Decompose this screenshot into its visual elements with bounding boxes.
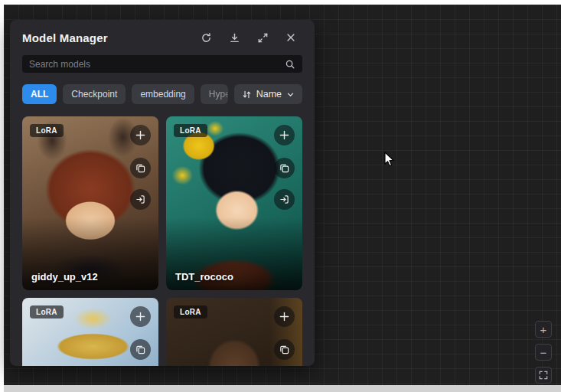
dialog-title: Model Manager: [22, 31, 108, 44]
search-icon: [285, 59, 295, 70]
model-card[interactable]: LoRA: [166, 298, 302, 366]
download-icon: [229, 32, 240, 44]
filter-chips-row: ALL Checkpoint embedding Hyper Name: [22, 84, 302, 104]
refresh-icon: [201, 32, 212, 44]
card-actions: [130, 125, 151, 210]
copy-model-button[interactable]: [130, 339, 151, 360]
model-type-badge: LoRA: [174, 124, 207, 137]
canvas-zoom-controls: + −: [535, 321, 552, 384]
model-manager-dialog: Model Manager: [10, 20, 315, 366]
add-model-button[interactable]: [130, 306, 151, 327]
dialog-header: Model Manager: [10, 20, 315, 46]
load-model-button[interactable]: [130, 189, 151, 210]
model-type-badge: LoRA: [174, 305, 207, 318]
plus-icon: [135, 130, 145, 140]
add-model-button[interactable]: [274, 125, 295, 145]
fit-view-button[interactable]: [535, 367, 552, 384]
plus-icon: [135, 312, 145, 322]
card-actions: [130, 306, 151, 360]
model-type-badge: LoRA: [30, 124, 64, 137]
zoom-out-button[interactable]: −: [535, 344, 552, 361]
download-button[interactable]: [227, 31, 241, 44]
copy-icon: [135, 163, 145, 173]
dialog-header-actions: [199, 31, 298, 44]
sort-label: Name: [256, 89, 282, 100]
mouse-cursor-icon: [384, 152, 396, 172]
add-model-button[interactable]: [274, 306, 295, 327]
plus-icon: [279, 312, 289, 322]
expand-button[interactable]: [256, 31, 269, 44]
model-name: giddy_up_v12: [31, 271, 98, 283]
copy-icon: [135, 345, 145, 354]
load-into-workflow-icon: [279, 194, 289, 204]
model-card[interactable]: LoRA: [22, 116, 158, 290]
refresh-button[interactable]: [199, 31, 213, 44]
load-into-workflow-icon: [135, 194, 145, 204]
copy-model-button[interactable]: [274, 339, 295, 360]
sort-icon: [242, 90, 252, 100]
model-card[interactable]: LoRA: [22, 298, 158, 366]
model-type-badge: LoRA: [30, 305, 64, 318]
copy-icon: [279, 345, 289, 354]
model-card[interactable]: LoRA: [166, 116, 302, 290]
zoom-in-button[interactable]: +: [535, 321, 552, 338]
search-bar: [22, 55, 302, 73]
fit-view-icon: [539, 371, 548, 380]
copy-icon: [279, 163, 289, 173]
card-actions: [274, 125, 295, 210]
model-name: TDT_rococo: [175, 271, 233, 283]
sort-dropdown[interactable]: Name: [234, 84, 302, 104]
filter-hypernetwork[interactable]: Hyper: [201, 84, 228, 104]
close-button[interactable]: [284, 31, 298, 44]
copy-model-button[interactable]: [274, 158, 295, 178]
copy-model-button[interactable]: [130, 158, 151, 178]
node-canvas[interactable]: Model Manager: [4, 5, 561, 385]
filter-all[interactable]: ALL: [22, 84, 57, 104]
chevron-down-icon: [286, 90, 295, 99]
load-model-button[interactable]: [274, 189, 295, 210]
filter-embedding[interactable]: embedding: [132, 84, 194, 104]
filter-checkpoint[interactable]: Checkpoint: [63, 84, 126, 104]
horizontal-scrollbar[interactable]: [4, 385, 561, 392]
expand-icon: [257, 32, 269, 44]
close-icon: [285, 32, 296, 43]
add-model-button[interactable]: [130, 125, 151, 145]
card-actions: [274, 306, 295, 360]
model-card-grid: LoRA: [22, 116, 302, 366]
search-input[interactable]: [29, 59, 285, 70]
plus-icon: [279, 130, 289, 140]
